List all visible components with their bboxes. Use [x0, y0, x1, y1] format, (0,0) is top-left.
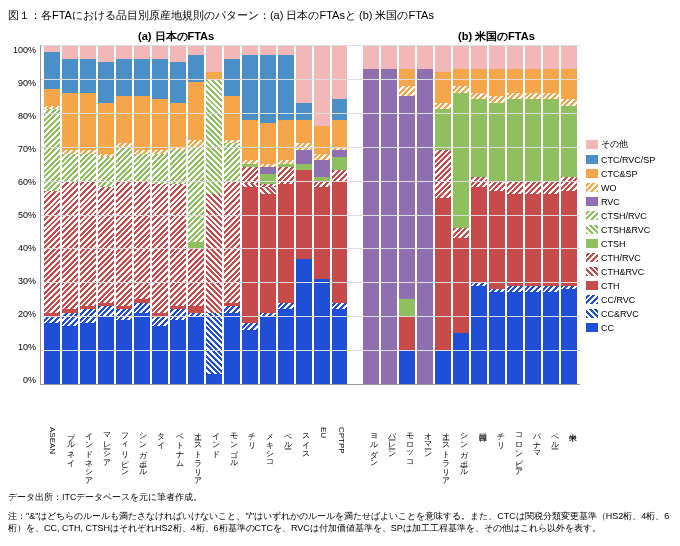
- bar-segment: [116, 181, 132, 306]
- legend-label: CTSH/RVC: [601, 211, 647, 221]
- legend-swatch: [586, 281, 598, 290]
- legend-swatch: [586, 183, 598, 192]
- bar-segment: [314, 126, 330, 153]
- panel-subtitles: (a) 日本のFTAs (b) 米国のFTAs: [8, 29, 672, 45]
- x-tick-label: フィリピン: [113, 427, 129, 485]
- subtitle-a: (a) 日本のFTAs: [138, 29, 214, 44]
- y-tick: 80%: [18, 111, 36, 121]
- y-tick: 0%: [23, 375, 36, 385]
- legend-swatch: [586, 323, 598, 332]
- legend-item: CTSH: [586, 239, 672, 249]
- gridline: [41, 113, 580, 114]
- bar-segment: [332, 150, 348, 157]
- bar-segment: [80, 323, 96, 384]
- bar-segment: [80, 181, 96, 306]
- bar-segment: [453, 238, 469, 333]
- x-tick-label: インドネシア: [77, 427, 93, 485]
- bar-segment: [543, 45, 559, 69]
- legend-label: CC&RVC: [601, 309, 639, 319]
- x-tick-label: メキシコ: [258, 427, 274, 485]
- bar-segment: [561, 191, 577, 286]
- bar-segment: [435, 198, 451, 351]
- bar-segment: [134, 59, 150, 96]
- x-tick-label: 韓国: [470, 427, 486, 485]
- chart: 100%90%80%70%60%50%40%30%20%10%0% その他CTC…: [8, 45, 672, 425]
- bar-segment: [507, 181, 523, 195]
- bar-segment: [98, 306, 114, 316]
- bar-segment: [62, 313, 78, 327]
- x-tick-label: ヨルダン: [362, 427, 378, 485]
- bar-segment: [242, 187, 258, 323]
- bar-segment: [134, 154, 150, 181]
- legend-item: CTSH/RVC: [586, 211, 672, 221]
- gridline: [41, 215, 580, 216]
- x-tick-label: モロッコ: [398, 427, 414, 485]
- legend-item: CTH&RVC: [586, 267, 672, 277]
- bar-segment: [471, 45, 487, 69]
- y-tick: 100%: [13, 45, 36, 55]
- bar-segment: [152, 154, 168, 185]
- bar-segment: [332, 309, 348, 384]
- bar-segment: [525, 93, 541, 100]
- bar-segment: [471, 93, 487, 100]
- legend-swatch: [586, 253, 598, 262]
- bar-segment: [489, 292, 505, 384]
- bar-segment: [525, 292, 541, 384]
- bar-segment: [363, 45, 379, 69]
- bar-segment: [278, 303, 294, 310]
- plot-area: [40, 45, 580, 385]
- bar-segment: [507, 93, 523, 100]
- bar-segment: [332, 181, 348, 303]
- bar-segment: [543, 286, 559, 293]
- x-tick-label: オーストラリア: [186, 427, 202, 485]
- source-note: データ出所：ITCデータベースを元に筆者作成。: [8, 491, 672, 504]
- x-tick-label: タイ: [149, 427, 165, 485]
- bar-segment: [453, 333, 469, 384]
- bar-segment: [260, 123, 276, 164]
- bar-segment: [314, 154, 330, 161]
- bar-segment: [435, 350, 451, 384]
- bar-segment: [80, 59, 96, 93]
- bar-segment: [296, 150, 312, 164]
- legend-swatch: [586, 140, 598, 149]
- bar-segment: [399, 350, 415, 384]
- bar-segment: [260, 187, 276, 194]
- bar-segment: [399, 45, 415, 69]
- bar-segment: [314, 181, 330, 188]
- bar-segment: [260, 45, 276, 55]
- legend-item: CC&RVC: [586, 309, 672, 319]
- bar-segment: [525, 45, 541, 69]
- bar-segment: [134, 45, 150, 59]
- x-tick-label: マレーシア: [95, 427, 111, 485]
- bar-segment: [399, 86, 415, 96]
- bar-segment: [116, 320, 132, 384]
- bar-segment: [435, 45, 451, 72]
- bar-segment: [471, 177, 487, 187]
- bar-segment: [332, 303, 348, 310]
- legend-item: その他: [586, 138, 672, 151]
- gridline: [41, 147, 580, 148]
- bar-segment: [525, 194, 541, 286]
- legend-label: RVC: [601, 197, 620, 207]
- bar-segment: [278, 45, 294, 55]
- x-tick-label: オーストラリア: [434, 427, 450, 485]
- bar-segment: [206, 194, 222, 313]
- bar-segment: [242, 120, 258, 161]
- bar-segment: [134, 303, 150, 313]
- bar-segment: [44, 316, 60, 323]
- bar-segment: [381, 45, 397, 69]
- y-tick: 90%: [18, 78, 36, 88]
- x-tick-label: CPTPP: [330, 427, 346, 485]
- bar-segment: [453, 69, 469, 86]
- bar-segment: [224, 181, 240, 303]
- legend-item: CC: [586, 323, 672, 333]
- bar-segment: [507, 45, 523, 69]
- bar-segment: [188, 82, 204, 140]
- y-tick: 40%: [18, 243, 36, 253]
- bar-segment: [224, 59, 240, 96]
- bar-segment: [188, 306, 204, 313]
- legend-label: CTSH: [601, 239, 626, 249]
- bar-segment: [332, 120, 348, 147]
- bar-segment: [525, 69, 541, 93]
- bar-segment: [525, 99, 541, 180]
